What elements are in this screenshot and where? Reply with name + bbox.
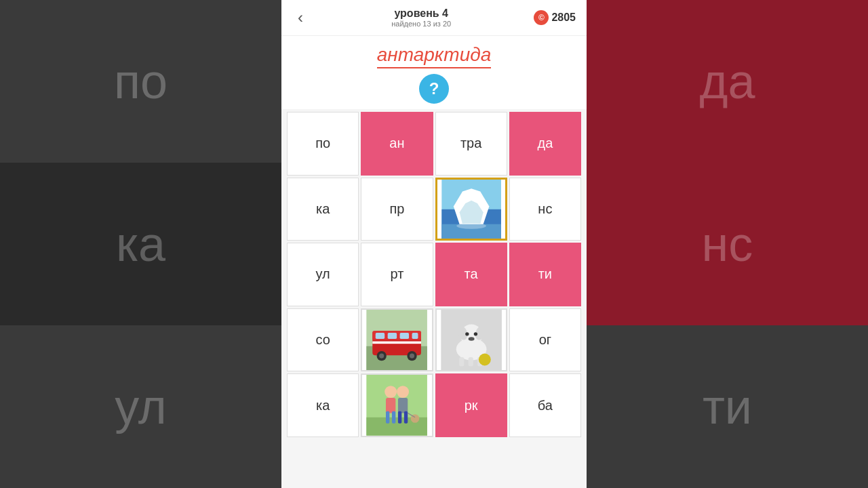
right-bot-text: ти bbox=[703, 379, 752, 434]
hint-button[interactable]: ? bbox=[419, 74, 449, 104]
svg-rect-10 bbox=[376, 333, 384, 339]
cell-3-2-dog[interactable] bbox=[435, 308, 507, 372]
cell-2-1[interactable]: рт bbox=[361, 243, 433, 306]
svg-point-26 bbox=[468, 337, 474, 340]
svg-rect-40 bbox=[404, 411, 408, 424]
svg-point-25 bbox=[473, 332, 477, 336]
bus-image bbox=[362, 310, 431, 371]
antarctica-image bbox=[437, 180, 505, 239]
left-mid-text: ка bbox=[116, 216, 165, 272]
svg-point-24 bbox=[465, 332, 469, 336]
header: ‹ уровень 4 найдено 13 из 20 © 2805 bbox=[281, 0, 587, 36]
cell-0-1[interactable]: ан bbox=[361, 112, 433, 176]
back-button[interactable]: ‹ bbox=[292, 5, 309, 30]
cell-3-3[interactable]: ог bbox=[509, 308, 581, 372]
cell-4-2[interactable]: рк bbox=[435, 373, 507, 437]
grid-container: по ан тра да ка пр bbox=[281, 109, 587, 488]
cell-4-0[interactable]: ка bbox=[287, 373, 359, 437]
cell-1-3[interactable]: нс bbox=[509, 178, 581, 241]
svg-rect-13 bbox=[412, 333, 418, 339]
cell-2-2[interactable]: та bbox=[435, 243, 507, 306]
answer-word: антарктида bbox=[377, 44, 492, 68]
cell-0-2[interactable]: тра bbox=[435, 112, 507, 176]
svg-rect-28 bbox=[468, 357, 473, 366]
left-panel: по ка ул bbox=[0, 0, 281, 488]
level-info: уровень 4 найдено 13 из 20 bbox=[391, 7, 451, 28]
left-top-text: по bbox=[114, 54, 167, 109]
right-panel: да нс ти bbox=[587, 0, 868, 488]
cell-2-0[interactable]: ул bbox=[287, 243, 359, 306]
svg-point-30 bbox=[478, 353, 490, 365]
right-top-text: да bbox=[699, 54, 755, 109]
left-bot-text: ул bbox=[115, 379, 166, 434]
game-grid: по ан тра да ка пр bbox=[287, 112, 581, 437]
svg-rect-27 bbox=[459, 357, 464, 366]
svg-rect-35 bbox=[386, 411, 389, 424]
cell-0-3[interactable]: да bbox=[509, 112, 581, 176]
dog-image bbox=[437, 310, 506, 371]
svg-point-33 bbox=[384, 386, 397, 399]
cell-4-1-people[interactable] bbox=[361, 373, 433, 437]
coin-icon: © bbox=[534, 10, 549, 25]
cell-3-0[interactable]: со bbox=[287, 308, 359, 372]
svg-point-5 bbox=[456, 223, 486, 229]
svg-point-17 bbox=[410, 353, 414, 358]
level-title: уровень 4 bbox=[394, 7, 448, 20]
coins-amount: 2805 bbox=[551, 12, 576, 24]
svg-rect-38 bbox=[398, 398, 408, 413]
left-top-section: по bbox=[0, 0, 281, 163]
left-bot-section: ул bbox=[0, 325, 281, 488]
cell-1-1[interactable]: пр bbox=[361, 178, 433, 241]
level-subtitle: найдено 13 из 20 bbox=[391, 20, 451, 28]
people-image bbox=[362, 375, 431, 436]
cell-0-0[interactable]: по bbox=[287, 112, 359, 176]
cell-4-3[interactable]: ба bbox=[509, 373, 581, 437]
svg-rect-36 bbox=[392, 411, 395, 424]
center-panel: ‹ уровень 4 найдено 13 из 20 © 2805 анта… bbox=[281, 0, 587, 488]
svg-rect-12 bbox=[400, 333, 409, 339]
svg-rect-39 bbox=[398, 411, 401, 424]
svg-rect-34 bbox=[386, 398, 395, 413]
svg-point-15 bbox=[379, 353, 384, 358]
svg-point-37 bbox=[397, 386, 409, 399]
word-area: антарктида ? bbox=[281, 36, 587, 109]
cell-2-3[interactable]: ти bbox=[509, 243, 581, 306]
svg-rect-18 bbox=[373, 341, 422, 344]
coins-display: © 2805 bbox=[534, 10, 576, 25]
right-top-section: да bbox=[587, 0, 868, 163]
cell-3-1-bus[interactable] bbox=[361, 308, 433, 372]
cell-1-2-antarctica[interactable] bbox=[435, 178, 507, 241]
cell-1-0[interactable]: ка bbox=[287, 178, 359, 241]
right-mid-text: нс bbox=[702, 216, 753, 272]
right-mid-section: нс bbox=[587, 163, 868, 325]
svg-rect-11 bbox=[388, 333, 397, 339]
left-mid-section: ка bbox=[0, 163, 281, 325]
right-bot-section: ти bbox=[587, 325, 868, 488]
